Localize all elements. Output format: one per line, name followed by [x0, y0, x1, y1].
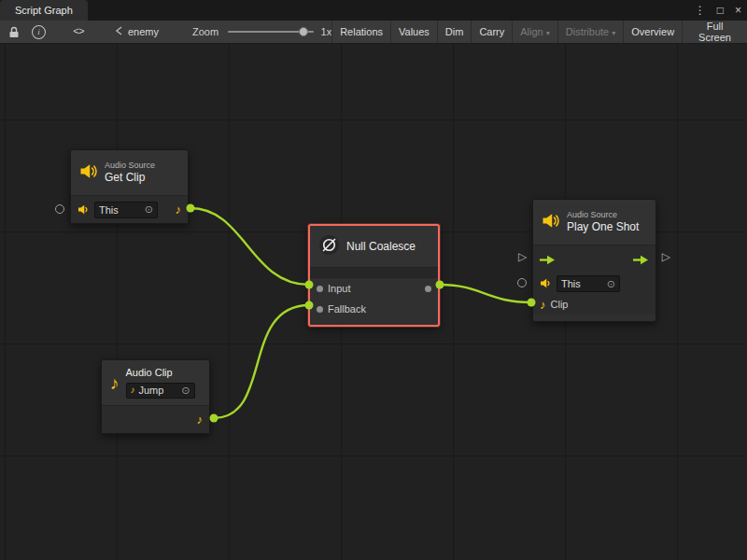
target-value: This — [561, 278, 581, 289]
lock-icon[interactable] — [6, 22, 22, 41]
audio-clip-input-port-icon[interactable]: ♪ — [540, 299, 546, 311]
align-button[interactable]: Align▾ — [512, 21, 557, 43]
chevron-down-icon: ▾ — [546, 29, 550, 37]
toolbar-buttons: Relations Values Dim Carry Align▾ Distri… — [331, 21, 747, 43]
audio-clip-icon: ♪ — [110, 374, 120, 392]
dim-button[interactable]: Dim — [437, 21, 472, 43]
window-controls: ⋮ □ × — [695, 0, 741, 21]
zoom-slider-handle[interactable] — [299, 27, 308, 36]
node-null-coalesce[interactable]: Null Coalesce Input Fallback — [308, 224, 440, 327]
result-output-port-dot[interactable] — [425, 286, 431, 292]
node-divider — [310, 267, 438, 278]
wire-getclip-to-input — [190, 208, 309, 285]
node-title: Get Clip — [105, 171, 155, 185]
carry-button[interactable]: Carry — [471, 21, 512, 43]
audio-clip-field-icon: ♪ — [131, 385, 135, 395]
object-picker-icon[interactable]: ⊙ — [181, 385, 190, 396]
code-icon[interactable]: <> — [70, 22, 87, 41]
graph-name-label: enemy — [128, 26, 159, 37]
flow-input-arrow-icon[interactable] — [540, 255, 556, 265]
zoom-slider[interactable] — [228, 26, 313, 37]
clip-port-label: Clip — [551, 299, 569, 310]
clip-value-dropdown[interactable]: ♪ Jump ⊙ — [126, 383, 195, 399]
node-category: Audio Source — [567, 210, 639, 220]
audio-source-icon — [79, 163, 98, 183]
fallback-port-row: Fallback — [310, 299, 438, 319]
graph-breadcrumb[interactable]: enemy — [115, 26, 159, 37]
button-label: Align — [520, 26, 543, 37]
overview-button[interactable]: Overview — [623, 21, 682, 43]
node-audio-clip[interactable]: ♪ Audio Clip ♪ Jump ⊙ ♪ — [101, 359, 210, 434]
flow-output-port-triangle[interactable]: ▷ — [662, 251, 670, 262]
tab-script-graph[interactable]: Script Graph — [0, 0, 88, 21]
zoom-label: Zoom — [192, 26, 218, 37]
target-input-port[interactable] — [55, 204, 64, 214]
button-label: Values — [399, 26, 430, 37]
node-title: Audio Clip — [126, 367, 195, 380]
button-label: Dim — [445, 26, 464, 37]
input-port-row: Input — [310, 278, 438, 299]
flow-output-arrow-icon[interactable] — [633, 255, 649, 265]
fallback-port-dot[interactable] — [317, 306, 323, 313]
target-dropdown[interactable]: This ⊙ — [557, 275, 620, 292]
node-play-one-shot[interactable]: Audio Source Play One Shot This — [532, 199, 656, 322]
node-category: Audio Source — [105, 161, 155, 171]
fallback-port-label: Fallback — [328, 303, 366, 315]
button-label: Relations — [340, 26, 383, 37]
graph-toolbar: i <> enemy Zoom 1x Relations Values Dim … — [0, 21, 747, 44]
target-value: This — [99, 204, 119, 216]
button-label: Full Screen — [690, 21, 740, 43]
values-button[interactable]: Values — [390, 21, 437, 43]
maximize-icon[interactable]: □ — [717, 5, 724, 16]
audio-clip-output-port-icon[interactable]: ♪ — [176, 203, 182, 216]
close-icon[interactable]: × — [735, 5, 741, 16]
flow-input-port-triangle[interactable]: ▷ — [518, 251, 527, 262]
audio-clip-output-port-icon[interactable]: ♪ — [197, 413, 204, 426]
node-header: Null Coalesce — [310, 226, 438, 267]
relations-button[interactable]: Relations — [331, 21, 390, 43]
wire-audioclip-to-fallback — [214, 305, 309, 418]
info-icon[interactable]: i — [32, 25, 46, 39]
node-port-row: This ⊙ ♪ — [71, 195, 188, 223]
button-label: Overview — [631, 26, 674, 37]
object-picker-icon[interactable]: ⊙ — [607, 279, 615, 289]
wire-output-to-clip — [440, 285, 531, 302]
back-arrow-icon — [115, 26, 123, 37]
node-get-clip[interactable]: Audio Source Get Clip This ⊙ ♪ — [70, 149, 189, 224]
unity-script-graph-window: Script Graph ⋮ □ × i <> enemy Zoom 1x Re… — [0, 0, 747, 560]
target-input-port[interactable] — [517, 278, 527, 287]
null-coalesce-icon — [318, 234, 340, 259]
node-header: ♪ Audio Clip ♪ Jump ⊙ — [102, 360, 209, 405]
control-flow-row — [533, 245, 655, 273]
target-port-row: This ⊙ — [533, 273, 655, 294]
object-picker-icon[interactable]: ⊙ — [145, 204, 153, 215]
kebab-menu-icon[interactable]: ⋮ — [695, 5, 706, 16]
node-header: Audio Source Get Clip — [71, 150, 188, 195]
speaker-icon — [78, 202, 90, 218]
zoom-value: 1x — [321, 26, 332, 37]
input-port-label: Input — [328, 283, 350, 294]
node-title: Null Coalesce — [346, 240, 416, 253]
output-port-row: ♪ — [102, 405, 209, 433]
button-label: Distribute — [566, 26, 609, 37]
node-title: Play One Shot — [567, 220, 639, 234]
chevron-down-icon: ▾ — [612, 29, 615, 37]
full-screen-button[interactable]: Full Screen — [682, 21, 747, 43]
target-dropdown[interactable]: This ⊙ — [94, 202, 158, 218]
clip-port-row: ♪ Clip — [533, 294, 655, 315]
node-header: Audio Source Play One Shot — [533, 200, 655, 245]
graph-canvas[interactable]: Audio Source Get Clip This ⊙ ♪ — [0, 44, 747, 560]
button-label: Carry — [479, 26, 504, 37]
clip-value: Jump — [139, 385, 164, 398]
input-port-dot[interactable] — [317, 286, 323, 292]
speaker-icon — [540, 275, 552, 292]
distribute-button[interactable]: Distribute▾ — [557, 21, 623, 43]
tab-bar: Script Graph ⋮ □ × — [0, 0, 747, 21]
audio-source-icon — [542, 213, 560, 232]
